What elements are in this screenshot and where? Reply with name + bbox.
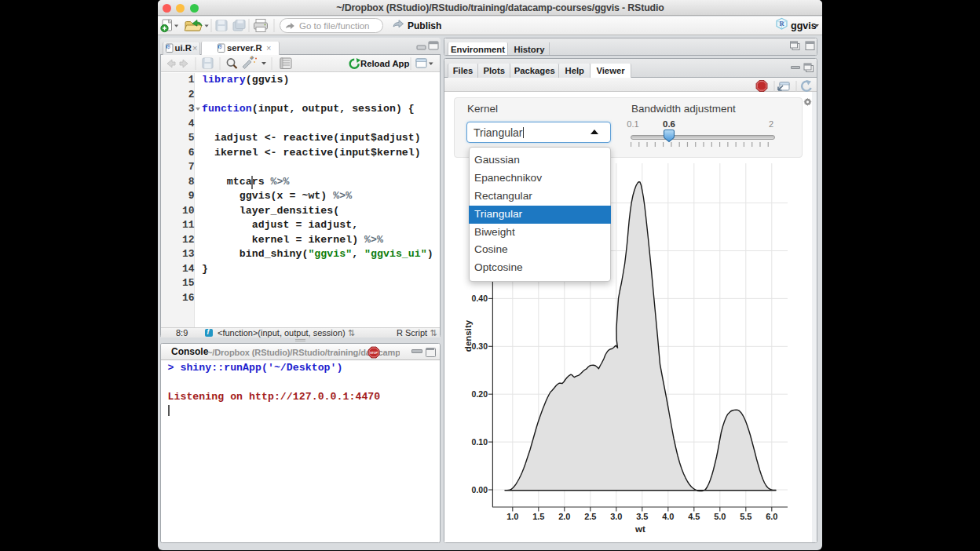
svg-text:Reload App: Reload App <box>360 59 409 68</box>
svg-text:5.5: 5.5 <box>740 512 751 521</box>
svg-text:R: R <box>167 45 171 49</box>
svg-text:3.0: 3.0 <box>610 512 622 521</box>
svg-text:×: × <box>192 43 197 53</box>
svg-text:4.5: 4.5 <box>688 512 700 521</box>
svg-text:×: × <box>266 43 271 53</box>
svg-text:server.R: server.R <box>227 43 262 53</box>
svg-text:0.40: 0.40 <box>472 294 488 303</box>
svg-text:0.10: 0.10 <box>472 437 488 447</box>
svg-text:R: R <box>780 20 785 27</box>
svg-text:density: density <box>463 319 473 352</box>
svg-text:ui.R: ui.R <box>175 43 192 53</box>
svg-text:4.0: 4.0 <box>662 512 674 521</box>
svg-text:6.0: 6.0 <box>766 512 777 521</box>
svg-text:Publish: Publish <box>408 20 441 31</box>
svg-text:0.00: 0.00 <box>472 485 488 494</box>
svg-text:2.0: 2.0 <box>558 512 570 521</box>
svg-text:0.20: 0.20 <box>472 389 488 399</box>
svg-text:ggvis: ggvis <box>791 20 817 31</box>
svg-text:0.30: 0.30 <box>472 341 488 351</box>
svg-text:1.0: 1.0 <box>506 512 518 521</box>
svg-text:1.5: 1.5 <box>532 512 544 521</box>
svg-text:STOP: STOP <box>370 352 378 355</box>
svg-text:wt: wt <box>634 524 645 534</box>
svg-text:R: R <box>219 45 223 49</box>
svg-text:2.5: 2.5 <box>584 512 596 521</box>
svg-text:3.5: 3.5 <box>636 512 648 521</box>
svg-text:5.0: 5.0 <box>714 512 726 521</box>
